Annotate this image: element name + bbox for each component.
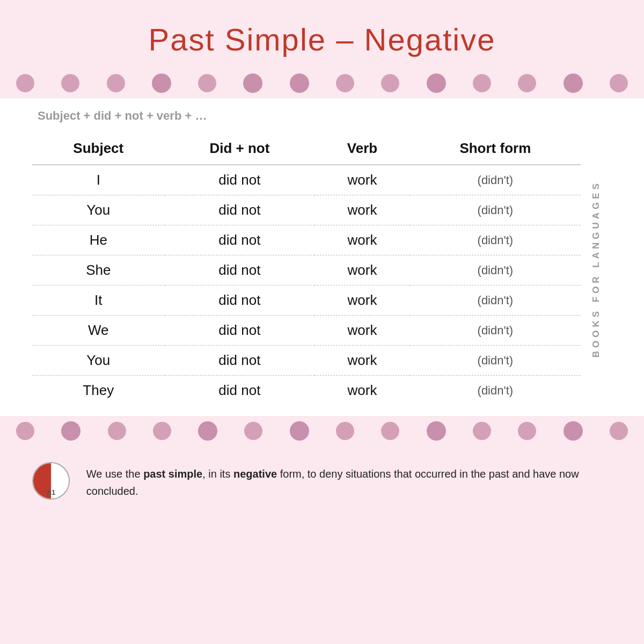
table-cell-did_not: did not xyxy=(165,316,315,346)
table-cell-did_not: did not xyxy=(165,346,315,376)
table-cell-short_form: (didn't) xyxy=(410,195,581,225)
dot-decoration xyxy=(564,74,583,93)
table-cell-subject: We xyxy=(32,316,165,346)
dot-decoration xyxy=(290,421,309,441)
table-cell-verb: work xyxy=(314,195,409,225)
table-cell-short_form: (didn't) xyxy=(410,316,581,346)
table-cell-verb: work xyxy=(314,255,409,286)
table-cell-subject: You xyxy=(32,346,165,376)
dot-decoration xyxy=(61,74,79,92)
dot-decoration xyxy=(16,74,34,92)
dot-decoration xyxy=(381,74,399,92)
table-cell-subject: She xyxy=(32,255,165,286)
dot-decoration xyxy=(564,421,583,441)
bottom-dots-row xyxy=(0,416,644,446)
table-cell-short_form: (didn't) xyxy=(410,225,581,255)
table-cell-subject: It xyxy=(32,286,165,316)
dot-decoration xyxy=(153,422,171,440)
table-cell-did_not: did not xyxy=(165,165,315,195)
dot-decoration xyxy=(427,74,446,93)
dot-decoration xyxy=(427,421,446,441)
page-title: Past Simple – Negative xyxy=(11,21,633,57)
dot-decoration xyxy=(518,74,536,92)
col-header-verb: Verb xyxy=(314,133,409,165)
footer-section: A1 We use the past simple, in its negati… xyxy=(0,446,644,516)
badge-level-text: A1 xyxy=(47,488,56,496)
level-badge: A1 xyxy=(32,462,74,505)
header-section: Past Simple – Negative xyxy=(0,0,644,68)
table-cell-verb: work xyxy=(314,165,409,195)
dot-decoration xyxy=(61,421,80,441)
main-content-section: Subject + did + not + verb + … Subject D… xyxy=(0,98,644,416)
table-cell-verb: work xyxy=(314,316,409,346)
dot-decoration xyxy=(16,422,34,440)
col-header-did-not: Did + not xyxy=(165,133,315,165)
table-row: Theydid notwork(didn't) xyxy=(32,376,581,406)
col-header-short-form: Short form xyxy=(410,133,581,165)
dot-decoration xyxy=(381,422,399,440)
dot-decoration xyxy=(108,422,126,440)
dot-decoration xyxy=(152,74,171,93)
dot-decoration xyxy=(198,421,217,441)
table-wrapper: Subject Did + not Verb Short form Idid n… xyxy=(32,133,612,405)
table-cell-short_form: (didn't) xyxy=(410,376,581,406)
dot-decoration xyxy=(473,422,491,440)
table-cell-subject: I xyxy=(32,165,165,195)
table-cell-verb: work xyxy=(314,225,409,255)
side-label-text: BOOKS FOR LANGUAGES xyxy=(591,180,602,357)
table-cell-short_form: (didn't) xyxy=(410,165,581,195)
table-cell-short_form: (didn't) xyxy=(410,255,581,286)
table-row: Youdid notwork(didn't) xyxy=(32,346,581,376)
table-cell-subject: They xyxy=(32,376,165,406)
top-dots-row xyxy=(0,68,644,98)
dot-decoration xyxy=(473,74,491,92)
grammar-table: Subject Did + not Verb Short form Idid n… xyxy=(32,133,581,405)
table-row: Youdid notwork(didn't) xyxy=(32,195,581,225)
badge-circle: A1 xyxy=(32,462,70,500)
table-cell-did_not: did not xyxy=(165,376,315,406)
table-cell-verb: work xyxy=(314,376,409,406)
formula-text: Subject + did + not + verb + … xyxy=(32,109,612,123)
table-cell-verb: work xyxy=(314,346,409,376)
dot-decoration xyxy=(518,422,536,440)
dot-decoration xyxy=(290,74,309,93)
table-cell-subject: He xyxy=(32,225,165,255)
col-header-subject: Subject xyxy=(32,133,165,165)
table-cell-subject: You xyxy=(32,195,165,225)
footer-description: We use the past simple, in its negative … xyxy=(86,462,612,500)
dot-decoration xyxy=(198,74,216,92)
dot-decoration xyxy=(336,422,354,440)
table-row: Shedid notwork(didn't) xyxy=(32,255,581,286)
table-cell-did_not: did not xyxy=(165,286,315,316)
table-row: Hedid notwork(didn't) xyxy=(32,225,581,255)
table-row: Idid notwork(didn't) xyxy=(32,165,581,195)
dot-decoration xyxy=(610,422,628,440)
table-cell-short_form: (didn't) xyxy=(410,286,581,316)
dot-decoration xyxy=(244,422,262,440)
dot-decoration xyxy=(243,74,262,93)
table-cell-did_not: did not xyxy=(165,255,315,286)
table-cell-verb: work xyxy=(314,286,409,316)
dot-decoration xyxy=(610,74,628,92)
table-row: Wedid notwork(didn't) xyxy=(32,316,581,346)
side-label-container: BOOKS FOR LANGUAGES xyxy=(581,133,612,405)
dot-decoration xyxy=(336,74,354,92)
table-row: Itdid notwork(didn't) xyxy=(32,286,581,316)
table-cell-did_not: did not xyxy=(165,225,315,255)
dot-decoration xyxy=(107,74,125,92)
table-cell-short_form: (didn't) xyxy=(410,346,581,376)
table-cell-did_not: did not xyxy=(165,195,315,225)
